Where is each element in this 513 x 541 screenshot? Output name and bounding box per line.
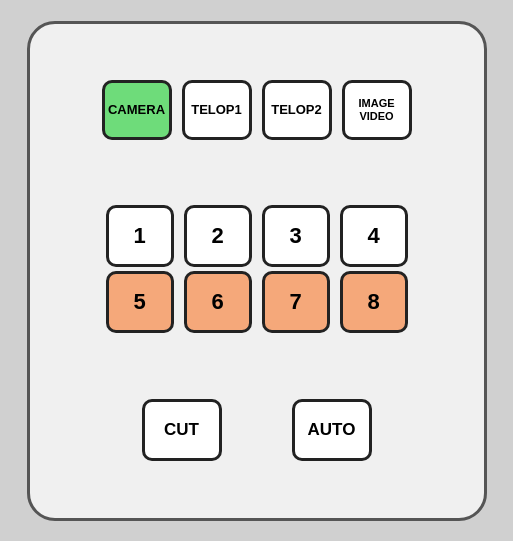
number-grid: 1 2 3 4 5 6 7 8: [106, 205, 408, 333]
num-button-7[interactable]: 7: [262, 271, 330, 333]
auto-button[interactable]: AUTO: [292, 399, 372, 461]
source-row: CAMERA TELOP1 TELOP2 IMAGEVIDEO: [102, 80, 412, 140]
cut-button[interactable]: CUT: [142, 399, 222, 461]
action-row: CUT AUTO: [142, 399, 372, 461]
num-button-8[interactable]: 8: [340, 271, 408, 333]
source-button-camera[interactable]: CAMERA: [102, 80, 172, 140]
num-button-3[interactable]: 3: [262, 205, 330, 267]
num-button-6[interactable]: 6: [184, 271, 252, 333]
num-button-4[interactable]: 4: [340, 205, 408, 267]
source-button-image-video[interactable]: IMAGEVIDEO: [342, 80, 412, 140]
num-button-5[interactable]: 5: [106, 271, 174, 333]
control-panel: CAMERA TELOP1 TELOP2 IMAGEVIDEO 1 2 3 4 …: [27, 21, 487, 521]
number-row-1: 1 2 3 4: [106, 205, 408, 267]
num-button-1[interactable]: 1: [106, 205, 174, 267]
number-row-2: 5 6 7 8: [106, 271, 408, 333]
source-button-telop2[interactable]: TELOP2: [262, 80, 332, 140]
num-button-2[interactable]: 2: [184, 205, 252, 267]
source-button-telop1[interactable]: TELOP1: [182, 80, 252, 140]
